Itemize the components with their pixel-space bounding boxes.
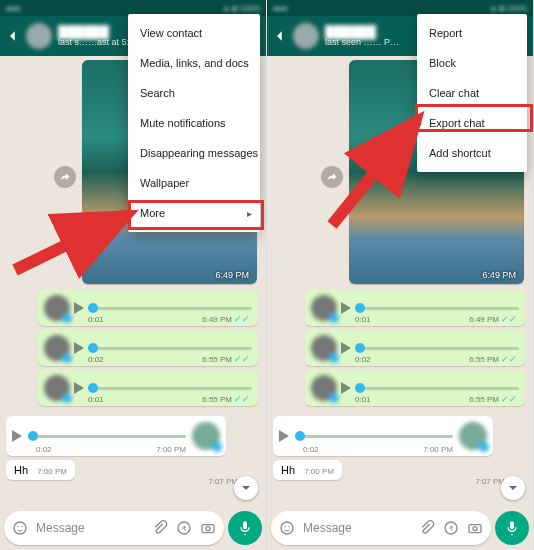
voice-message-in[interactable]: 0:01 6:49 PM✓✓ bbox=[305, 290, 525, 326]
back-icon[interactable] bbox=[6, 29, 20, 43]
menu-wallpaper[interactable]: Wallpaper bbox=[128, 168, 260, 198]
menu-export-chat[interactable]: Export chat bbox=[417, 108, 527, 138]
rupee-icon[interactable]: ₹ bbox=[176, 520, 192, 536]
voice-message-out[interactable]: 0:02 7:00 PM bbox=[6, 416, 226, 456]
text-body: Hh bbox=[281, 464, 295, 476]
voice-time: 6:55 PM bbox=[202, 355, 232, 364]
read-ticks-icon: ✓✓ bbox=[501, 394, 517, 404]
input-placeholder: Message bbox=[36, 521, 144, 535]
text-time: 7:00 PM bbox=[37, 467, 67, 476]
mic-button[interactable] bbox=[228, 511, 262, 545]
emoji-icon[interactable] bbox=[279, 520, 295, 536]
play-icon[interactable] bbox=[341, 342, 351, 354]
text-message-out[interactable]: Hh 7:00 PM bbox=[6, 460, 75, 480]
play-icon[interactable] bbox=[279, 430, 289, 442]
play-icon[interactable] bbox=[74, 382, 84, 394]
message-input[interactable]: Message ₹ bbox=[271, 511, 491, 545]
read-ticks-icon: ✓✓ bbox=[234, 314, 250, 324]
menu-clear-chat[interactable]: Clear chat bbox=[417, 78, 527, 108]
menu-mute-notifications[interactable]: Mute notifications bbox=[128, 108, 260, 138]
play-icon[interactable] bbox=[74, 302, 84, 314]
svg-rect-5 bbox=[202, 525, 214, 533]
voice-track[interactable] bbox=[295, 435, 453, 438]
menu-report[interactable]: Report bbox=[417, 18, 527, 48]
sender-avatar bbox=[311, 295, 337, 321]
svg-point-8 bbox=[284, 526, 285, 527]
voice-duration: 0:02 bbox=[355, 355, 371, 364]
svg-point-2 bbox=[21, 526, 22, 527]
read-ticks-icon: ✓✓ bbox=[234, 394, 250, 404]
voice-time: 6:55 PM bbox=[469, 395, 499, 404]
menu-add-shortcut[interactable]: Add shortcut bbox=[417, 138, 527, 168]
voice-time: 7:00 PM bbox=[423, 445, 453, 454]
voice-time: 6:49 PM bbox=[202, 315, 232, 324]
voice-time: 7:00 PM bbox=[156, 445, 186, 454]
voice-message-in[interactable]: 0:01 6:49 PM✓✓ bbox=[38, 290, 258, 326]
voice-message-in[interactable]: 0:01 6:55 PM✓✓ bbox=[305, 370, 525, 406]
text-time: 7:00 PM bbox=[304, 467, 334, 476]
play-icon[interactable] bbox=[341, 382, 351, 394]
menu-media-links-docs[interactable]: Media, links, and docs bbox=[128, 48, 260, 78]
emoji-icon[interactable] bbox=[12, 520, 28, 536]
sender-avatar bbox=[44, 335, 70, 361]
voice-track[interactable] bbox=[355, 387, 519, 390]
sender-avatar bbox=[44, 375, 70, 401]
voice-duration: 0:01 bbox=[355, 315, 371, 324]
rupee-icon[interactable]: ₹ bbox=[443, 520, 459, 536]
phone-right: ●●●▲ ■ 100% ██████ last seen …… P… 6:49 … bbox=[267, 0, 534, 550]
play-icon[interactable] bbox=[74, 342, 84, 354]
sender-avatar bbox=[311, 335, 337, 361]
context-submenu: Report Block Clear chat Export chat Add … bbox=[417, 14, 527, 172]
svg-point-0 bbox=[14, 522, 26, 534]
sender-avatar bbox=[459, 422, 487, 450]
camera-icon[interactable] bbox=[200, 520, 216, 536]
attach-icon[interactable] bbox=[152, 520, 168, 536]
menu-search[interactable]: Search bbox=[128, 78, 260, 108]
voice-message-in[interactable]: 0:02 6:55 PM✓✓ bbox=[305, 330, 525, 366]
forward-icon[interactable] bbox=[54, 166, 76, 188]
voice-time: 6:55 PM bbox=[469, 355, 499, 364]
input-row: Message ₹ bbox=[271, 510, 529, 546]
svg-point-6 bbox=[206, 527, 210, 531]
text-message-out[interactable]: Hh 7:00 PM bbox=[273, 460, 342, 480]
svg-text:₹: ₹ bbox=[449, 524, 454, 533]
voice-message-in[interactable]: 0:01 6:55 PM✓✓ bbox=[38, 370, 258, 406]
voice-duration: 0:01 bbox=[355, 395, 371, 404]
back-icon[interactable] bbox=[273, 29, 287, 43]
voice-track[interactable] bbox=[355, 347, 519, 350]
image-timestamp: 6:49 PM bbox=[215, 270, 249, 280]
voice-duration: 0:01 bbox=[88, 395, 104, 404]
image-timestamp: 6:49 PM bbox=[482, 270, 516, 280]
play-icon[interactable] bbox=[341, 302, 351, 314]
mic-button[interactable] bbox=[495, 511, 529, 545]
sender-avatar bbox=[44, 295, 70, 321]
menu-disappearing-messages[interactable]: Disappearing messages bbox=[128, 138, 260, 168]
message-input[interactable]: Message ₹ bbox=[4, 511, 224, 545]
scroll-down-button[interactable] bbox=[501, 476, 525, 500]
forward-icon[interactable] bbox=[321, 166, 343, 188]
menu-more[interactable]: More▸ bbox=[128, 198, 260, 228]
camera-icon[interactable] bbox=[467, 520, 483, 536]
input-row: Message ₹ bbox=[4, 510, 262, 546]
read-ticks-icon: ✓✓ bbox=[234, 354, 250, 364]
voice-time: 6:49 PM bbox=[469, 315, 499, 324]
contact-avatar[interactable] bbox=[293, 23, 319, 49]
context-menu: View contact Media, links, and docs Sear… bbox=[128, 14, 260, 232]
voice-message-in[interactable]: 0:02 6:55 PM✓✓ bbox=[38, 330, 258, 366]
svg-point-1 bbox=[17, 526, 18, 527]
read-ticks-icon: ✓✓ bbox=[501, 314, 517, 324]
voice-track[interactable] bbox=[28, 435, 186, 438]
voice-track[interactable] bbox=[88, 387, 252, 390]
menu-block[interactable]: Block bbox=[417, 48, 527, 78]
menu-view-contact[interactable]: View contact bbox=[128, 18, 260, 48]
scroll-down-button[interactable] bbox=[234, 476, 258, 500]
play-icon[interactable] bbox=[12, 430, 22, 442]
voice-track[interactable] bbox=[88, 347, 252, 350]
voice-message-out[interactable]: 0:02 7:00 PM bbox=[273, 416, 493, 456]
contact-avatar[interactable] bbox=[26, 23, 52, 49]
svg-point-7 bbox=[281, 522, 293, 534]
voice-track[interactable] bbox=[88, 307, 252, 310]
voice-track[interactable] bbox=[355, 307, 519, 310]
svg-rect-12 bbox=[469, 525, 481, 533]
attach-icon[interactable] bbox=[419, 520, 435, 536]
